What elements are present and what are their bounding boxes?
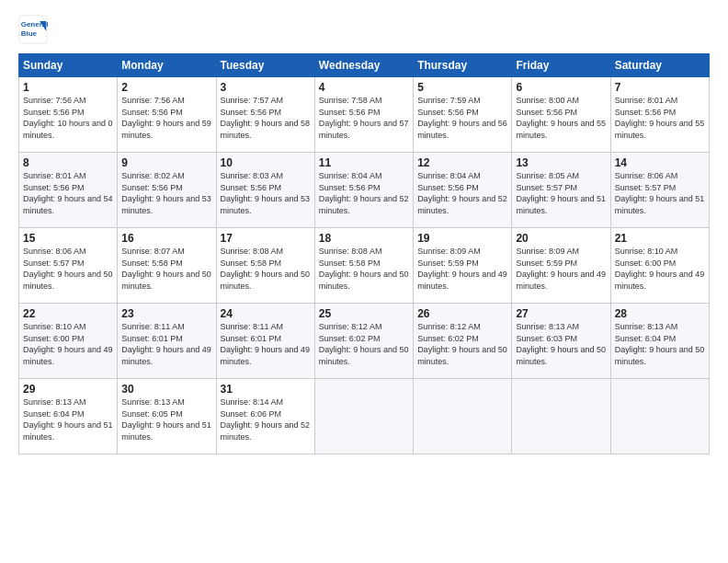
day-info: Sunrise: 8:03 AMSunset: 5:56 PMDaylight:… bbox=[221, 170, 311, 216]
day-info: Sunrise: 8:04 AMSunset: 5:56 PMDaylight:… bbox=[417, 170, 507, 216]
day-info: Sunrise: 8:10 AMSunset: 6:00 PMDaylight:… bbox=[615, 246, 705, 292]
header: General Blue bbox=[18, 15, 710, 44]
day-number: 9 bbox=[121, 156, 211, 169]
calendar-cell: 8Sunrise: 8:01 AMSunset: 5:56 PMDaylight… bbox=[19, 153, 118, 228]
calendar-cell: 24Sunrise: 8:11 AMSunset: 6:01 PMDayligh… bbox=[216, 304, 314, 379]
day-number: 7 bbox=[615, 81, 705, 94]
day-number: 11 bbox=[319, 156, 409, 169]
day-number: 2 bbox=[121, 81, 211, 94]
svg-text:Blue: Blue bbox=[21, 29, 38, 38]
day-info: Sunrise: 8:11 AMSunset: 6:01 PMDaylight:… bbox=[121, 321, 211, 367]
day-header-friday: Friday bbox=[512, 54, 610, 77]
day-info: Sunrise: 8:13 AMSunset: 6:03 PMDaylight:… bbox=[516, 321, 606, 367]
calendar-cell: 30Sunrise: 8:13 AMSunset: 6:05 PMDayligh… bbox=[118, 379, 216, 454]
day-info: Sunrise: 8:04 AMSunset: 5:56 PMDaylight:… bbox=[319, 170, 409, 216]
day-info: Sunrise: 8:13 AMSunset: 6:05 PMDaylight:… bbox=[121, 396, 211, 442]
day-info: Sunrise: 8:09 AMSunset: 5:59 PMDaylight:… bbox=[417, 246, 507, 292]
day-info: Sunrise: 8:05 AMSunset: 5:57 PMDaylight:… bbox=[516, 170, 606, 216]
calendar-cell: 4Sunrise: 7:58 AMSunset: 5:56 PMDaylight… bbox=[314, 77, 413, 153]
day-number: 17 bbox=[221, 232, 311, 245]
day-info: Sunrise: 8:00 AMSunset: 5:56 PMDaylight:… bbox=[516, 95, 606, 141]
calendar-cell: 22Sunrise: 8:10 AMSunset: 6:00 PMDayligh… bbox=[19, 304, 118, 379]
week-row-4: 22Sunrise: 8:10 AMSunset: 6:00 PMDayligh… bbox=[19, 304, 710, 379]
logo-icon: General Blue bbox=[18, 15, 48, 44]
calendar-cell: 11Sunrise: 8:04 AMSunset: 5:56 PMDayligh… bbox=[314, 153, 413, 228]
calendar-cell: 23Sunrise: 8:11 AMSunset: 6:01 PMDayligh… bbox=[118, 304, 216, 379]
day-number: 3 bbox=[221, 81, 311, 94]
calendar-cell: 2Sunrise: 7:56 AMSunset: 5:56 PMDaylight… bbox=[118, 77, 216, 153]
day-info: Sunrise: 8:13 AMSunset: 6:04 PMDaylight:… bbox=[615, 321, 705, 367]
day-number: 1 bbox=[23, 81, 113, 94]
calendar-cell: 7Sunrise: 8:01 AMSunset: 5:56 PMDaylight… bbox=[610, 77, 709, 153]
day-number: 13 bbox=[516, 156, 606, 169]
calendar-cell bbox=[314, 379, 413, 454]
calendar-cell: 6Sunrise: 8:00 AMSunset: 5:56 PMDaylight… bbox=[512, 77, 610, 153]
day-info: Sunrise: 8:11 AMSunset: 6:01 PMDaylight:… bbox=[221, 321, 311, 367]
calendar-table: SundayMondayTuesdayWednesdayThursdayFrid… bbox=[18, 53, 710, 454]
calendar-cell: 9Sunrise: 8:02 AMSunset: 5:56 PMDaylight… bbox=[118, 153, 216, 228]
day-number: 12 bbox=[417, 156, 507, 169]
calendar-cell: 3Sunrise: 7:57 AMSunset: 5:56 PMDaylight… bbox=[216, 77, 314, 153]
calendar-cell: 21Sunrise: 8:10 AMSunset: 6:00 PMDayligh… bbox=[610, 228, 709, 304]
day-number: 19 bbox=[417, 232, 507, 245]
day-number: 25 bbox=[319, 307, 409, 320]
day-info: Sunrise: 8:10 AMSunset: 6:00 PMDaylight:… bbox=[23, 321, 113, 367]
logo: General Blue bbox=[18, 15, 48, 44]
day-header-saturday: Saturday bbox=[610, 54, 709, 77]
day-info: Sunrise: 8:08 AMSunset: 5:58 PMDaylight:… bbox=[221, 246, 311, 292]
day-info: Sunrise: 8:01 AMSunset: 5:56 PMDaylight:… bbox=[23, 170, 113, 216]
day-info: Sunrise: 7:59 AMSunset: 5:56 PMDaylight:… bbox=[417, 95, 507, 141]
day-info: Sunrise: 8:01 AMSunset: 5:56 PMDaylight:… bbox=[615, 95, 705, 141]
calendar-cell bbox=[610, 379, 709, 454]
day-number: 30 bbox=[121, 383, 211, 396]
calendar-cell: 12Sunrise: 8:04 AMSunset: 5:56 PMDayligh… bbox=[414, 153, 512, 228]
day-number: 28 bbox=[615, 307, 705, 320]
days-header-row: SundayMondayTuesdayWednesdayThursdayFrid… bbox=[19, 54, 710, 77]
week-row-5: 29Sunrise: 8:13 AMSunset: 6:04 PMDayligh… bbox=[19, 379, 710, 454]
day-info: Sunrise: 8:07 AMSunset: 5:58 PMDaylight:… bbox=[121, 246, 211, 292]
calendar-cell: 19Sunrise: 8:09 AMSunset: 5:59 PMDayligh… bbox=[414, 228, 512, 304]
day-number: 24 bbox=[221, 307, 311, 320]
day-number: 5 bbox=[417, 81, 507, 94]
calendar-cell: 28Sunrise: 8:13 AMSunset: 6:04 PMDayligh… bbox=[610, 304, 709, 379]
calendar-cell: 29Sunrise: 8:13 AMSunset: 6:04 PMDayligh… bbox=[19, 379, 118, 454]
calendar-cell: 13Sunrise: 8:05 AMSunset: 5:57 PMDayligh… bbox=[512, 153, 610, 228]
day-header-monday: Monday bbox=[118, 54, 216, 77]
day-number: 31 bbox=[221, 383, 311, 396]
day-info: Sunrise: 8:06 AMSunset: 5:57 PMDaylight:… bbox=[615, 170, 705, 216]
calendar-cell: 14Sunrise: 8:06 AMSunset: 5:57 PMDayligh… bbox=[610, 153, 709, 228]
calendar-cell bbox=[512, 379, 610, 454]
day-info: Sunrise: 7:56 AMSunset: 5:56 PMDaylight:… bbox=[121, 95, 211, 141]
day-info: Sunrise: 8:12 AMSunset: 6:02 PMDaylight:… bbox=[417, 321, 507, 367]
week-row-1: 1Sunrise: 7:56 AMSunset: 5:56 PMDaylight… bbox=[19, 77, 710, 153]
day-number: 18 bbox=[319, 232, 409, 245]
day-number: 27 bbox=[516, 307, 606, 320]
calendar-cell: 10Sunrise: 8:03 AMSunset: 5:56 PMDayligh… bbox=[216, 153, 314, 228]
calendar-cell: 26Sunrise: 8:12 AMSunset: 6:02 PMDayligh… bbox=[414, 304, 512, 379]
day-info: Sunrise: 7:56 AMSunset: 5:56 PMDaylight:… bbox=[23, 95, 113, 141]
day-info: Sunrise: 8:06 AMSunset: 5:57 PMDaylight:… bbox=[23, 246, 113, 292]
week-row-3: 15Sunrise: 8:06 AMSunset: 5:57 PMDayligh… bbox=[19, 228, 710, 304]
day-number: 21 bbox=[615, 232, 705, 245]
calendar-cell: 31Sunrise: 8:14 AMSunset: 6:06 PMDayligh… bbox=[216, 379, 314, 454]
day-header-thursday: Thursday bbox=[414, 54, 512, 77]
day-header-sunday: Sunday bbox=[19, 54, 118, 77]
day-number: 15 bbox=[23, 232, 113, 245]
calendar-cell: 1Sunrise: 7:56 AMSunset: 5:56 PMDaylight… bbox=[19, 77, 118, 153]
day-number: 10 bbox=[221, 156, 311, 169]
day-header-tuesday: Tuesday bbox=[216, 54, 314, 77]
calendar-cell: 16Sunrise: 8:07 AMSunset: 5:58 PMDayligh… bbox=[118, 228, 216, 304]
day-info: Sunrise: 8:12 AMSunset: 6:02 PMDaylight:… bbox=[319, 321, 409, 367]
day-number: 29 bbox=[23, 383, 113, 396]
calendar-cell: 25Sunrise: 8:12 AMSunset: 6:02 PMDayligh… bbox=[314, 304, 413, 379]
calendar-page: General Blue SundayMondayTuesdayWednesda… bbox=[0, 0, 728, 563]
day-number: 26 bbox=[417, 307, 507, 320]
day-info: Sunrise: 8:08 AMSunset: 5:58 PMDaylight:… bbox=[319, 246, 409, 292]
calendar-cell: 20Sunrise: 8:09 AMSunset: 5:59 PMDayligh… bbox=[512, 228, 610, 304]
day-number: 8 bbox=[23, 156, 113, 169]
day-info: Sunrise: 8:02 AMSunset: 5:56 PMDaylight:… bbox=[121, 170, 211, 216]
day-info: Sunrise: 8:09 AMSunset: 5:59 PMDaylight:… bbox=[516, 246, 606, 292]
day-info: Sunrise: 7:57 AMSunset: 5:56 PMDaylight:… bbox=[221, 95, 311, 141]
day-number: 4 bbox=[319, 81, 409, 94]
day-header-wednesday: Wednesday bbox=[314, 54, 413, 77]
